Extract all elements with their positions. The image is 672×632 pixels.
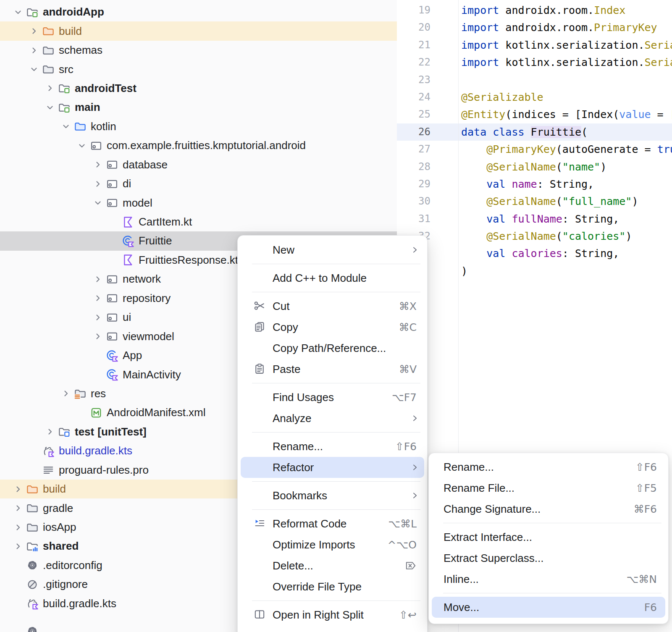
- menu-item-override-file-type[interactable]: Override File Type: [241, 576, 424, 597]
- menu-separator: [252, 509, 420, 510]
- menu-item-copy[interactable]: Copy⌘C: [241, 317, 424, 338]
- code-token: ): [461, 265, 467, 277]
- tree-item-label: di: [123, 177, 131, 190]
- tree-item-kotlin[interactable]: kotlin: [0, 117, 397, 136]
- code-token: (autoGenerate =: [556, 143, 657, 155]
- code-line: @SerialName("name"): [461, 158, 672, 176]
- menu-item-analyze[interactable]: Analyze: [241, 408, 424, 429]
- menu-item-shortcut: ⌥⌘L: [388, 518, 417, 530]
- menu-item-paste[interactable]: Paste⌘V: [241, 359, 424, 380]
- menu-item-rename[interactable]: Rename...⇧F6: [241, 436, 424, 457]
- menu-separator: [252, 264, 420, 264]
- menu-item-extract-superclass[interactable]: Extract Superclass...: [432, 548, 665, 569]
- menu-item-delete[interactable]: Delete...: [241, 555, 424, 576]
- tree-item-build[interactable]: build: [0, 21, 397, 40]
- tree-item-label: kotlin: [91, 120, 116, 133]
- tree-item-src[interactable]: src: [0, 60, 397, 79]
- tree-item-database[interactable]: database: [0, 155, 397, 174]
- menu-item-inline[interactable]: Inline...⌥⌘N: [432, 569, 665, 590]
- tree-item-label: ui: [123, 311, 131, 324]
- menu-item-label: Override File Type: [273, 580, 362, 593]
- tree-item-label: build: [43, 483, 66, 496]
- tree-item-cartitem-kt[interactable]: CartItem.kt: [0, 212, 397, 231]
- menu-item-cut[interactable]: Cut⌘X: [241, 296, 424, 317]
- chevron-right-icon[interactable]: [28, 25, 40, 37]
- chevron-right-icon[interactable]: [92, 178, 104, 190]
- menu-item-move[interactable]: Move...F6: [432, 597, 665, 618]
- chevron-down-icon[interactable]: [44, 101, 56, 114]
- tree-item-androidtest[interactable]: androidTest: [0, 79, 397, 98]
- line-number: 26: [397, 123, 458, 141]
- tree-item-label: proguard-rules.pro: [59, 464, 149, 477]
- tree-item-label: src: [59, 63, 74, 76]
- menu-item-shortcut: ⇧F5: [635, 482, 657, 494]
- chevron-down-icon[interactable]: [92, 197, 104, 209]
- menu-item-copy-path-reference[interactable]: Copy Path/Reference...: [241, 338, 424, 359]
- code-token: Serializable: [645, 56, 672, 68]
- chevron-right-icon[interactable]: [92, 292, 104, 304]
- menu-item-shortcut: ⇧↩: [399, 609, 417, 621]
- copy-icon: [254, 321, 266, 333]
- code-token: import: [461, 21, 499, 34]
- code-line: import androidx.room.PrimaryKey: [461, 19, 672, 36]
- menu-item-open-in-right-split[interactable]: Open in Right Split⇧↩: [241, 604, 424, 625]
- chevron-right-icon[interactable]: [12, 502, 24, 514]
- code-token: "name": [562, 161, 600, 173]
- tree-item-schemas[interactable]: schemas: [0, 41, 397, 60]
- menu-item-label: Add C++ to Module: [273, 272, 367, 285]
- chevron-right-icon[interactable]: [12, 540, 24, 553]
- tree-item-com-example-fruitties-kmptutorial-android[interactable]: com.example.fruitties.kmptutorial.androi…: [0, 136, 397, 155]
- chevron-right-icon[interactable]: [60, 387, 72, 400]
- menu-item-change-signature[interactable]: Change Signature...⌘F6: [432, 498, 665, 519]
- menu-item-new[interactable]: New: [241, 239, 424, 260]
- menu-item-add-c-to-module[interactable]: Add C++ to Module: [241, 267, 424, 288]
- menu-item-optimize-imports[interactable]: Optimize Imports^⌥O: [241, 534, 424, 555]
- chevron-right-icon[interactable]: [12, 483, 24, 496]
- menu-item-label: Optimize Imports: [273, 538, 355, 551]
- menu-item-extract-interface[interactable]: Extract Interface...: [432, 527, 665, 548]
- menu-item-rename-file[interactable]: Rename File...⇧F5: [432, 477, 665, 498]
- chevron-down-icon[interactable]: [60, 120, 72, 133]
- menu-item-find-usages[interactable]: Find Usages⌥F7: [241, 387, 424, 408]
- code-token: [461, 230, 486, 242]
- tree-item-label: Fruittie: [139, 234, 172, 247]
- chevron-down-icon[interactable]: [12, 6, 24, 18]
- chevron-right-icon[interactable]: [92, 330, 104, 343]
- kotlin-class-icon: [122, 235, 134, 247]
- chevron-right-icon[interactable]: [44, 425, 56, 438]
- code-line: @PrimaryKey(autoGenerate = true): [461, 141, 672, 158]
- code-area[interactable]: import androidx.room.Indeximport android…: [461, 2, 672, 280]
- kotlin-file-icon: [122, 254, 134, 266]
- tree-item-main[interactable]: main: [0, 98, 397, 117]
- code-token: data class: [461, 126, 525, 138]
- chevron-down-icon[interactable]: [76, 139, 88, 152]
- chevron-right-icon[interactable]: [12, 521, 24, 534]
- code-line: val fullName: String,: [461, 210, 672, 228]
- menu-item-reformat-code[interactable]: Reformat Code⌥⌘L: [241, 513, 424, 534]
- code-token: "full_name": [562, 195, 632, 207]
- menu-item-label: Extract Interface...: [444, 531, 532, 544]
- tree-item-di[interactable]: di: [0, 174, 397, 193]
- folder-gray-icon: [26, 521, 39, 534]
- chevron-right-icon[interactable]: [44, 82, 56, 94]
- chevron-right-icon[interactable]: [92, 311, 104, 324]
- chevron-right-icon[interactable]: [92, 158, 104, 171]
- chevron-down-icon[interactable]: [28, 63, 40, 76]
- menu-separator: [443, 593, 662, 593]
- menu-separator: [252, 481, 420, 482]
- menu-item-rename[interactable]: Rename...⇧F6: [432, 456, 665, 477]
- tree-item-model[interactable]: model: [0, 193, 397, 212]
- chevron-placeholder: [12, 578, 24, 591]
- submenu-arrow-icon: [411, 491, 419, 500]
- code-token: import: [461, 56, 499, 68]
- menu-item-bookmarks[interactable]: Bookmarks: [241, 485, 424, 506]
- menu-item-label: Find Usages: [273, 391, 334, 404]
- menu-item-refactor[interactable]: Refactor: [241, 457, 424, 478]
- code-token: val: [486, 213, 505, 225]
- code-token: (: [581, 126, 588, 138]
- text-file-icon: [42, 464, 55, 476]
- chevron-right-icon[interactable]: [28, 44, 40, 57]
- line-number: 30: [397, 193, 458, 210]
- tree-item-androidapp[interactable]: androidApp: [0, 3, 397, 21]
- chevron-right-icon[interactable]: [92, 273, 104, 286]
